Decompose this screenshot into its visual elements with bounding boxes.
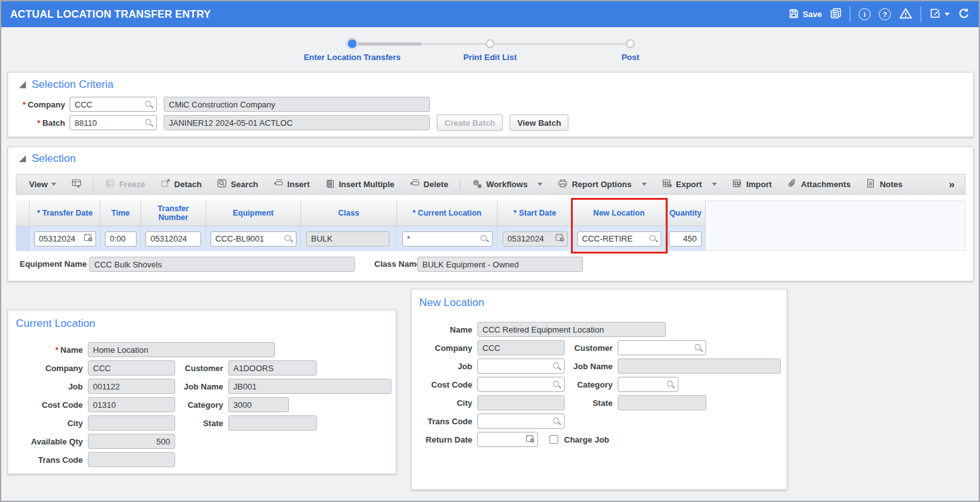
view-menu-button[interactable]: View — [24, 174, 61, 194]
transfer-number-field — [145, 231, 201, 247]
calendar-icon[interactable] — [525, 434, 535, 446]
col-class: Class — [301, 200, 397, 226]
current-location-field — [402, 231, 493, 247]
time-input[interactable] — [108, 234, 133, 243]
train-step-dot[interactable] — [486, 39, 494, 48]
nl-cost-code-lov-search-icon[interactable] — [552, 380, 561, 389]
charge-job-checkbox[interactable] — [549, 435, 558, 444]
delete-button[interactable]: Delete — [405, 174, 453, 194]
save-button[interactable]: Save — [788, 8, 822, 21]
train-track-progress — [353, 42, 422, 46]
equipment-lov-search-icon[interactable] — [284, 234, 293, 243]
help-button[interactable]: ? — [879, 8, 891, 20]
cl-trans-code-field — [88, 452, 175, 467]
nl-return-date-input[interactable] — [481, 435, 525, 444]
query-by-example-button[interactable] — [66, 174, 87, 194]
selection-criteria-header[interactable]: Selection Criteria — [19, 78, 113, 91]
col-start-date: * Start Date — [498, 200, 573, 226]
info-button[interactable]: i — [859, 8, 871, 20]
collapse-triangle-icon[interactable] — [19, 82, 26, 89]
nl-job-label: Job — [419, 362, 472, 371]
nl-category-lov-search-icon[interactable] — [666, 380, 675, 389]
workflows-menu-button[interactable]: Workflows — [467, 174, 548, 194]
nl-return-date-label: Return Date — [419, 435, 472, 444]
cl-city-value — [91, 419, 172, 428]
attachments-button[interactable]: Attachments — [782, 174, 856, 194]
batch-field — [70, 115, 157, 130]
export-label: Export — [676, 180, 702, 189]
nl-trans-code-lov-search-icon[interactable] — [552, 417, 561, 426]
collapse-triangle-icon[interactable] — [19, 156, 26, 162]
create-batch-button[interactable]: Create Batch — [437, 114, 503, 131]
grid-toolbar: View Freeze Detach — [16, 174, 965, 195]
col-transfer-number: Transfer Number — [141, 200, 206, 226]
calendar-icon[interactable] — [83, 233, 93, 245]
nl-category-input[interactable] — [621, 380, 666, 389]
nl-customer-input[interactable] — [621, 343, 694, 353]
row-selector-cell[interactable] — [16, 226, 30, 251]
current-location-panel: Current Location *Name Company Customer … — [8, 310, 396, 474]
chevron-down-icon — [537, 183, 542, 186]
nl-job-name-field — [618, 358, 781, 374]
train-step-print-edit-list[interactable]: Print Edit List — [414, 52, 566, 62]
col-current-location: * Current Location — [397, 200, 498, 226]
copy-records-icon — [830, 8, 842, 21]
chevron-down-icon — [51, 183, 56, 186]
quantity-input[interactable] — [672, 234, 699, 243]
company-lov-search-icon[interactable] — [144, 100, 154, 109]
report-options-menu-button[interactable]: Report Options — [553, 174, 652, 194]
copy-records-button[interactable] — [830, 8, 842, 21]
edit-mode-button[interactable] — [929, 8, 950, 21]
train-step-enter-location-transfers[interactable]: Enter Location Transfers — [276, 52, 428, 62]
cl-job-field — [88, 379, 175, 394]
search-button[interactable]: Search — [212, 174, 263, 194]
cl-cost-code-field — [88, 397, 175, 412]
train-step-dot[interactable] — [626, 39, 635, 48]
company-desc — [167, 100, 427, 109]
batch-lov-search-icon[interactable] — [144, 118, 154, 128]
toolbar-overflow-button[interactable]: » — [949, 178, 957, 191]
transfer-date-input[interactable] — [37, 234, 83, 243]
nl-state-value — [621, 398, 703, 408]
nl-job-input[interactable] — [481, 362, 552, 371]
transfer-number-input[interactable] — [149, 234, 198, 243]
nl-cost-code-input[interactable] — [481, 380, 552, 389]
selection-header[interactable]: Selection — [19, 152, 76, 165]
equipment-input[interactable] — [214, 234, 284, 243]
refresh-button[interactable] — [958, 8, 970, 21]
current-location-input[interactable] — [405, 234, 480, 243]
delete-label: Delete — [424, 180, 448, 189]
company-input[interactable] — [73, 100, 144, 109]
nl-trans-code-input[interactable] — [481, 417, 552, 426]
batch-input[interactable] — [73, 118, 144, 128]
new-location-input[interactable] — [580, 234, 649, 243]
selection-title: Selection — [32, 152, 76, 165]
new-location-lov-search-icon[interactable] — [649, 234, 658, 243]
cl-trans-code-value — [91, 455, 172, 465]
start-date-field — [503, 231, 568, 247]
freeze-label: Freeze — [119, 180, 145, 189]
nl-customer-lov-search-icon[interactable] — [694, 343, 703, 353]
insert-button[interactable]: Insert — [268, 174, 314, 194]
nl-state-field — [618, 395, 706, 410]
notes-button[interactable]: Notes — [861, 174, 907, 194]
warning-button[interactable] — [899, 7, 912, 21]
row-selector-header — [16, 200, 30, 226]
freeze-button[interactable]: Freeze — [100, 174, 150, 194]
equipment-name-value — [92, 260, 352, 269]
current-location-lov-search-icon[interactable] — [480, 234, 489, 243]
train-step-dot-active[interactable] — [346, 38, 358, 49]
nl-job-lov-search-icon[interactable] — [552, 362, 561, 371]
query-by-example-icon — [71, 178, 82, 190]
info-icon: i — [859, 8, 871, 20]
search-icon — [217, 178, 227, 190]
cl-category-label: Category — [181, 400, 223, 410]
import-button[interactable]: Import — [727, 174, 776, 194]
insert-multiple-button[interactable]: Insert Multiple — [320, 174, 400, 194]
export-menu-button[interactable]: Export — [657, 174, 722, 194]
view-batch-button[interactable]: View Batch — [510, 114, 568, 131]
train-step-post[interactable]: Post — [554, 52, 706, 62]
titlebar-separator — [921, 6, 921, 22]
detach-button[interactable]: Detach — [156, 174, 207, 194]
company-desc-field — [164, 97, 430, 112]
